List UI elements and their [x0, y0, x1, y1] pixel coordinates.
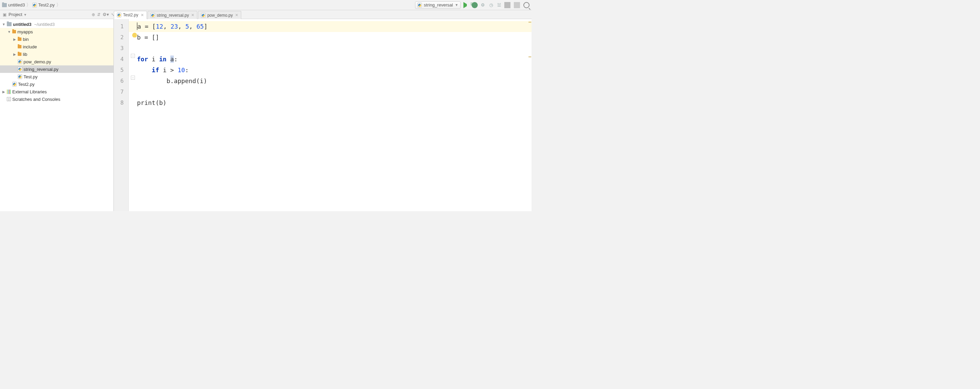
breadcrumb-root-label: untitled3 [8, 2, 25, 8]
code-line-1[interactable]: a = [12, 23, 5, 65] [129, 21, 531, 32]
line-number: 8 [114, 97, 129, 108]
python-file-icon [18, 67, 22, 71]
chevron-right-icon: 〉 [26, 2, 31, 8]
tree-label: Scratches and Consoles [12, 97, 60, 102]
tree-label: bin [23, 37, 29, 42]
expand-arrow-icon[interactable]: ▼ [8, 30, 11, 34]
python-file-icon [151, 13, 155, 18]
tree-folder-lib[interactable]: ▶ lib [0, 51, 113, 58]
package-folder-icon [18, 52, 21, 56]
gear-icon[interactable]: ⚙▾ [103, 12, 109, 17]
expand-arrow-icon[interactable]: ▶ [2, 90, 5, 94]
editor-tabs: Test2.py ✕ string_reversal.py ✕ pow_demo… [114, 10, 242, 19]
code-line-3[interactable] [137, 43, 531, 54]
code-line-2[interactable]: b = [] [137, 32, 531, 43]
concurrency-button[interactable]: ☱ [496, 2, 502, 8]
profile-icon: ◷ [488, 2, 494, 8]
fold-toggle-icon[interactable]: – [131, 54, 135, 58]
tab-string-reversal[interactable]: string_reversal.py ✕ [148, 11, 197, 19]
python-file-icon [201, 13, 205, 18]
expand-arrow-icon[interactable]: ▶ [13, 38, 16, 41]
tab-label: string_reversal.py [157, 13, 189, 18]
profile-button[interactable]: ◷ [488, 2, 494, 8]
project-tree[interactable]: ▼ untitled3 ~/untitled3 ▼ myapps ▶ bin ▶… [0, 19, 114, 211]
coverage-icon: ⚙ [480, 2, 486, 8]
python-file-icon [32, 3, 37, 8]
search-icon [523, 2, 530, 8]
run-configuration-selector[interactable]: string_reversal ▼ [415, 2, 461, 9]
editor[interactable]: 1 2 3 4 5 6 7 8 a = [12, 23, 5, 65] b = … [114, 19, 531, 211]
breadcrumb-file[interactable]: Test2.py [32, 2, 54, 8]
tree-file-test2[interactable]: ▶ Test2.py [0, 80, 113, 88]
code-line-7[interactable] [137, 87, 531, 97]
marker[interactable] [528, 22, 531, 22]
folder-icon [2, 3, 7, 7]
tree-folder-include[interactable]: ▶ include [0, 43, 113, 51]
code-area[interactable]: a = [12, 23, 5, 65] b = [] –for i in a: … [129, 19, 531, 211]
line-gutter: 1 2 3 4 5 6 7 8 [114, 19, 129, 211]
chevron-right-icon: 〉 [56, 2, 61, 8]
folder-icon [7, 22, 11, 26]
stop-icon [504, 2, 511, 8]
run-config-label: string_reversal [424, 2, 453, 8]
expand-all-button[interactable]: ⇵ [97, 12, 100, 17]
concurrency-icon: ☱ [496, 2, 502, 8]
line-number: 4 [114, 54, 129, 65]
fold-toggle-icon[interactable]: – [131, 76, 135, 80]
breadcrumb-file-label: Test2.py [38, 2, 54, 8]
tab-pow-demo[interactable]: pow_demo.py ✕ [198, 11, 241, 19]
tree-label: string_reversal.py [24, 67, 59, 72]
tree-label: Test.py [24, 74, 38, 79]
bug-icon [472, 2, 478, 8]
chevron-down-icon: ▼ [455, 3, 458, 7]
tree-folder-myapps[interactable]: ▼ myapps [0, 28, 113, 35]
tree-label: lib [23, 52, 27, 57]
tree-label: External Libraries [12, 89, 47, 94]
python-file-icon [18, 74, 22, 79]
search-everywhere-button[interactable] [523, 2, 530, 8]
marker[interactable] [528, 57, 531, 57]
line-number: 7 [114, 87, 129, 97]
tree-root-path: ~/untitled3 [34, 22, 54, 27]
code-line-8[interactable]: print(b) [137, 97, 531, 108]
code-line-6[interactable]: – b.append(i) [137, 76, 531, 87]
expand-arrow-icon[interactable]: ▶ [13, 52, 16, 56]
code-line-4[interactable]: –for i in a: [137, 54, 531, 65]
tree-scratches[interactable]: ▶ Scratches and Consoles [0, 95, 113, 103]
python-file-icon [117, 13, 121, 17]
close-icon[interactable]: ✕ [141, 13, 144, 17]
debug-button[interactable] [472, 2, 478, 8]
tab-test2[interactable]: Test2.py ✕ [114, 11, 147, 19]
package-folder-icon [12, 30, 16, 33]
libraries-icon [7, 90, 11, 94]
stop-button [504, 2, 511, 8]
run-coverage-button[interactable]: ⚙ [480, 2, 486, 8]
breadcrumb-root[interactable]: untitled3 [2, 2, 25, 8]
code-line-5[interactable]: if i > 10: [137, 65, 531, 76]
tree-label: include [23, 44, 37, 49]
chevron-down-icon[interactable]: ▾ [24, 12, 26, 17]
tree-file-test[interactable]: ▶ Test.py [0, 73, 113, 80]
close-icon[interactable]: ✕ [235, 13, 238, 17]
tree-root[interactable]: ▼ untitled3 ~/untitled3 [0, 21, 113, 28]
breadcrumb: untitled3 〉 Test2.py 〉 [2, 2, 415, 8]
tree-file-pow-demo[interactable]: ▶ pow_demo.py [0, 58, 113, 65]
tree-external-libraries[interactable]: ▶ External Libraries [0, 88, 113, 95]
tree-file-string-reversal[interactable]: ▶ string_reversal.py [0, 65, 113, 73]
close-icon[interactable]: ✕ [191, 13, 194, 17]
line-number: 6 [114, 76, 129, 87]
tree-folder-bin[interactable]: ▶ bin [0, 35, 113, 43]
tree-root-label: untitled3 [13, 22, 31, 27]
intention-bulb-icon[interactable] [132, 33, 137, 38]
tab-label: pow_demo.py [207, 13, 233, 18]
line-number: 2 [114, 32, 129, 43]
tree-label: myapps [18, 29, 33, 34]
expand-arrow-icon[interactable]: ▼ [2, 22, 5, 26]
run-button[interactable] [463, 2, 469, 8]
separator [514, 2, 520, 8]
package-folder-icon [18, 45, 21, 48]
python-file-icon [417, 3, 422, 8]
select-opened-file-button[interactable]: ⊕ [92, 12, 95, 17]
toolwindow-title: Project [8, 12, 22, 17]
error-stripe[interactable] [528, 19, 531, 211]
